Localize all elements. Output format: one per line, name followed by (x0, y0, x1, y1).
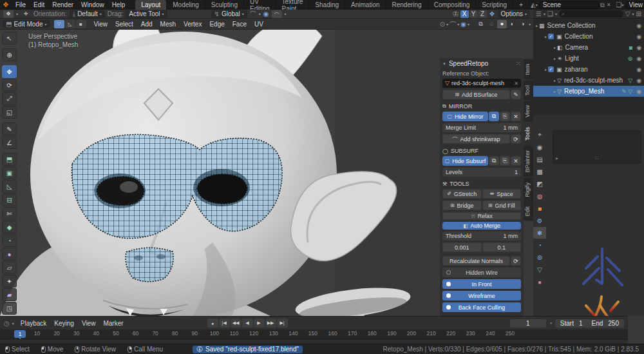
outliner-retopo-mesh[interactable]: ▸ ✓ ▽ Retopo_Mesh ✎ ▽ ◉ (533, 86, 644, 97)
playhead[interactable]: 1 (14, 330, 26, 338)
close-scene-icon[interactable]: ✕ (607, 2, 611, 8)
poly-build-tool[interactable]: ◆ (2, 221, 17, 233)
mirror-delete-button[interactable]: ✕ (511, 112, 521, 121)
viewport-menu[interactable]: Add (137, 21, 156, 28)
current-frame-field[interactable]: 1 (510, 319, 546, 328)
particle-system-list[interactable]: ▸ ∷ (553, 130, 641, 164)
inset-faces-tool[interactable]: ▣ (2, 166, 17, 179)
timeline-menu[interactable]: Marker (99, 320, 127, 327)
smooth-tool[interactable]: ● (2, 248, 17, 261)
topbar-menu[interactable]: Edit (30, 1, 48, 8)
modifier-properties-tab[interactable]: ⚙ (533, 215, 546, 226)
wireframe-shading-button[interactable]: ◌ (487, 20, 497, 28)
reference-object-field[interactable]: ▽red-3dc-sculpt-mesh✕ (442, 79, 521, 88)
xray-toggle-icon[interactable]: ⧉ (476, 20, 486, 28)
snap-icon[interactable]: ⌒ (450, 19, 456, 29)
blender-logo-icon[interactable]: ❖ (3, 1, 9, 9)
drag-dropdown[interactable]: Active Tool▾ (126, 10, 167, 18)
spin-tool[interactable]: ◔ (2, 234, 17, 247)
display-mode-icon[interactable]: ☰ (536, 10, 542, 17)
expand-arrow-icon[interactable]: ▸ (554, 78, 556, 83)
transform-tool[interactable]: ◱ (2, 106, 17, 119)
expand-icon[interactable]: ▸ (556, 155, 558, 161)
solid-shading-button[interactable]: ● (497, 20, 507, 28)
outliner-search-input[interactable]: ⌕ (559, 10, 623, 17)
shrinkwrap-refresh-button[interactable]: ⟳ (511, 134, 521, 144)
hidden-wire-toggle[interactable]: Hidden Wire (442, 268, 521, 277)
previous-keyframe-button[interactable]: ◀◀ (231, 319, 242, 328)
outliner-light[interactable]: ▸ ✓ ☀ Light ⊚ ◉ (533, 53, 644, 64)
record-button[interactable]: ● (207, 319, 218, 328)
expand-arrow-icon[interactable]: ▸ (554, 89, 556, 93)
scene-selector[interactable]: ◭▾ Scene ⧉✕ (531, 1, 611, 9)
rip-region-tool[interactable]: ◳ (2, 302, 17, 315)
physics-properties-tab[interactable]: ◔ (533, 239, 546, 251)
collection-checkbox[interactable]: ✓ (548, 66, 554, 72)
workspace-tab-layout[interactable]: Layout (135, 0, 167, 10)
outliner-scene-collection[interactable]: ▸ ✓ ▦ Scene Collection ◉ (533, 20, 644, 31)
snap-magnet-icon[interactable]: ⌒ (250, 9, 256, 19)
mirror-y-toggle[interactable]: Y (469, 10, 478, 18)
snapping-icon[interactable]: ❖ (489, 10, 495, 17)
move-tool[interactable]: ✥ (2, 65, 17, 78)
new-scene-icon[interactable]: ⧉ (600, 1, 605, 9)
expand-arrow-icon[interactable]: ▸ (554, 56, 556, 61)
timeline-ruler[interactable]: 1 10203040506070809010011012013014015016… (0, 329, 628, 339)
workspace-tab-uv-editing[interactable]: UV Editing (244, 0, 276, 10)
viewport-menu[interactable]: Face (229, 21, 251, 28)
threshold-preset-01-button[interactable]: 0.1 (482, 242, 522, 252)
subsurf-clipboard-button[interactable]: ⧉ (489, 156, 499, 166)
mirror-z-toggle[interactable]: Z (478, 10, 487, 18)
collection-checkbox[interactable]: ✓ (548, 34, 554, 39)
orientation-dropdown[interactable]: ⤓Default▾ (70, 10, 105, 18)
filter-funnel-icon[interactable]: ▽ (625, 10, 630, 17)
timeline-menu[interactable]: Playback (17, 320, 51, 327)
shrink-fatten-tool[interactable]: ✦ (2, 275, 17, 288)
extrude-region-tool[interactable]: ⬒ (2, 153, 17, 166)
topbar-menu[interactable]: Help (108, 1, 129, 8)
outliner-zaharan[interactable]: ▸ ✓ ▣ zaharan ◉ (533, 64, 644, 75)
sidebar-tab-bpainter[interactable]: BPainter (524, 146, 533, 177)
sidebar-tab-edit[interactable]: Edit (524, 202, 533, 221)
space-button[interactable]: ⇹Space (482, 189, 522, 199)
sidebar-tab-tool[interactable]: Tool (524, 81, 533, 101)
jump-to-start-button[interactable]: |◀ (219, 319, 230, 328)
resize-grip-icon[interactable]: ∷ (595, 155, 598, 161)
workspace-tab-sculpting[interactable]: Sculpting (205, 0, 244, 10)
bevel-tool[interactable]: ◺ (2, 180, 17, 193)
eye-icon[interactable]: ◉ (636, 66, 641, 73)
topbar-menu[interactable]: Render (48, 1, 77, 8)
rendered-shading-button[interactable]: ◑ (518, 20, 527, 28)
output-properties-tab[interactable]: ▤ (533, 153, 546, 165)
pivot-point-icon[interactable]: ⊙ (440, 21, 445, 28)
merge-limit-slider[interactable]: Merge Limit1 mm (442, 123, 521, 132)
proportional-edit-icon[interactable]: ◉ (460, 21, 466, 28)
mirror-x-toggle[interactable]: X (460, 10, 469, 18)
grid-fill-button[interactable]: ⊞Grid Fill (482, 201, 522, 210)
frame-range-fields[interactable]: Start 1 End 250 (555, 319, 624, 328)
subsurf-apply-button[interactable]: ⎘ (500, 156, 510, 166)
stopwatch-icon[interactable]: ◔ (549, 320, 553, 327)
play-reverse-button[interactable]: ◀ (242, 319, 253, 328)
levels-slider[interactable]: Levels1 (442, 168, 521, 177)
start-value[interactable]: 1 (579, 320, 583, 327)
add-workspace-button[interactable]: + (513, 0, 529, 10)
mirror-clipboard-button[interactable]: ⧉ (489, 112, 499, 121)
eye-icon[interactable]: ◉ (636, 88, 641, 95)
gstretch-button[interactable]: ✐GStretch (442, 189, 482, 199)
new-collection-icon[interactable]: ⊞ (636, 10, 641, 17)
tool-properties-tab[interactable]: ⌖ (533, 129, 546, 141)
viewport-menu[interactable]: View (90, 21, 112, 28)
back-face-culling-toggle[interactable]: Back Face Culling (442, 302, 521, 312)
add-bsurface-button[interactable]: ⊞Add BSurface (442, 90, 510, 99)
filter-collection-icon[interactable]: ❏ (547, 10, 553, 17)
gizmo-icon[interactable]: ✛ (21, 10, 31, 18)
mirror-apply-button[interactable]: ⎘ (500, 112, 510, 121)
recalculate-normals-button[interactable]: Recalculate Normals (442, 256, 510, 266)
eye-icon[interactable]: ◉ (636, 55, 641, 62)
eye-icon[interactable]: ◉ (636, 44, 641, 51)
relax-button[interactable]: ⁙Relax (442, 212, 521, 220)
select-box-tool[interactable]: ↖ (2, 32, 17, 44)
rotate-tool[interactable]: ⟳ (2, 79, 17, 92)
sidebar-tab-view[interactable]: View (524, 101, 533, 122)
